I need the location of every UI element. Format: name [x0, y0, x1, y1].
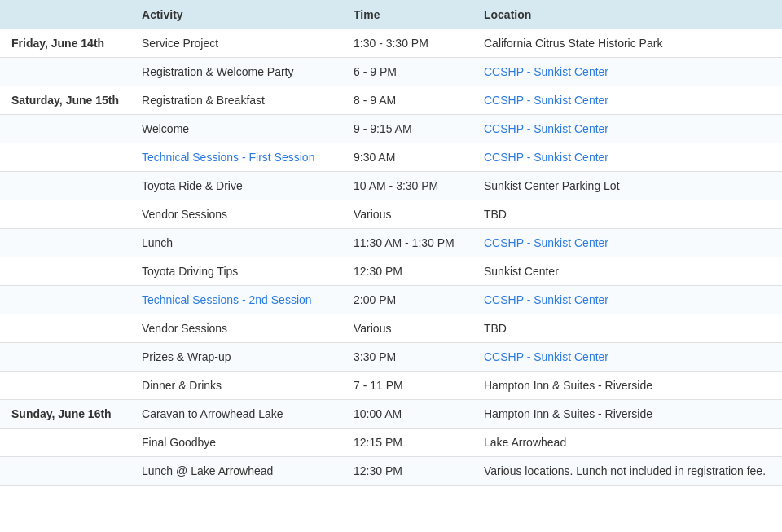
- location-link[interactable]: CCSHP - Sunkist Center: [484, 350, 608, 363]
- cell-activity: Vendor Sessions: [130, 200, 342, 229]
- cell-time: 6 - 9 PM: [342, 58, 472, 86]
- day-label: Sunday, June 16th: [11, 407, 112, 420]
- cell-time: 12:30 PM: [342, 257, 472, 286]
- cell-activity[interactable]: Technical Sessions - First Session: [130, 143, 342, 172]
- cell-time: Various: [342, 314, 472, 343]
- cell-time: 12:15 PM: [342, 429, 472, 457]
- cell-day: [0, 229, 130, 257]
- cell-day: [0, 172, 130, 200]
- schedule-table: Activity Time Location Friday, June 14th…: [0, 0, 782, 486]
- location-link[interactable]: CCSHP - Sunkist Center: [484, 151, 608, 164]
- cell-location[interactable]: CCSHP - Sunkist Center: [472, 343, 782, 372]
- cell-location: TBD: [472, 314, 782, 343]
- table-row: Final Goodbye12:15 PMLake Arrowhead: [0, 429, 782, 457]
- table-row: Saturday, June 15thRegistration & Breakf…: [0, 86, 782, 115]
- table-row: Dinner & Drinks7 - 11 PMHampton Inn & Su…: [0, 372, 782, 400]
- cell-activity: Caravan to Arrowhead Lake: [130, 400, 342, 429]
- cell-time: 9:30 AM: [342, 143, 472, 172]
- cell-day: Friday, June 14th: [0, 29, 130, 58]
- cell-location: TBD: [472, 200, 782, 229]
- table-row: Vendor SessionsVariousTBD: [0, 200, 782, 229]
- table-row: Technical Sessions - First Session9:30 A…: [0, 143, 782, 172]
- table-row: Registration & Welcome Party6 - 9 PMCCSH…: [0, 58, 782, 86]
- cell-location: California Citrus State Historic Park: [472, 29, 782, 58]
- activity-link[interactable]: Technical Sessions - 2nd Session: [142, 293, 312, 306]
- cell-location: Hampton Inn & Suites - Riverside: [472, 400, 782, 429]
- cell-location: Various locations. Lunch not included in…: [472, 457, 782, 486]
- table-row: Lunch @ Lake Arrowhead12:30 PMVarious lo…: [0, 457, 782, 486]
- cell-location[interactable]: CCSHP - Sunkist Center: [472, 115, 782, 143]
- cell-activity: Service Project: [130, 29, 342, 58]
- cell-day: [0, 343, 130, 372]
- table-row: Welcome9 - 9:15 AMCCSHP - Sunkist Center: [0, 115, 782, 143]
- table-row: Toyota Ride & Drive10 AM - 3:30 PMSunkis…: [0, 172, 782, 200]
- cell-location: Hampton Inn & Suites - Riverside: [472, 372, 782, 400]
- cell-time: 2:00 PM: [342, 286, 472, 314]
- cell-day: [0, 372, 130, 400]
- table-row: Technical Sessions - 2nd Session2:00 PMC…: [0, 286, 782, 314]
- cell-day: Sunday, June 16th: [0, 400, 130, 429]
- cell-time: 3:30 PM: [342, 343, 472, 372]
- header-activity: Activity: [130, 0, 342, 29]
- table-header-row: Activity Time Location: [0, 0, 782, 29]
- cell-time: 12:30 PM: [342, 457, 472, 486]
- cell-time: 10 AM - 3:30 PM: [342, 172, 472, 200]
- cell-location: Lake Arrowhead: [472, 429, 782, 457]
- day-label: Friday, June 14th: [11, 37, 104, 50]
- cell-location[interactable]: CCSHP - Sunkist Center: [472, 58, 782, 86]
- cell-activity: Registration & Welcome Party: [130, 58, 342, 86]
- cell-activity: Toyota Driving Tips: [130, 257, 342, 286]
- cell-activity: Prizes & Wrap-up: [130, 343, 342, 372]
- cell-location[interactable]: CCSHP - Sunkist Center: [472, 229, 782, 257]
- location-link[interactable]: CCSHP - Sunkist Center: [484, 94, 608, 107]
- cell-time: 10:00 AM: [342, 400, 472, 429]
- cell-day: [0, 314, 130, 343]
- header-day: [0, 0, 130, 29]
- cell-day: [0, 143, 130, 172]
- cell-day: [0, 257, 130, 286]
- cell-day: [0, 286, 130, 314]
- location-link[interactable]: CCSHP - Sunkist Center: [484, 236, 608, 249]
- cell-activity: Final Goodbye: [130, 429, 342, 457]
- cell-time: 11:30 AM - 1:30 PM: [342, 229, 472, 257]
- cell-activity: Lunch @ Lake Arrowhead: [130, 457, 342, 486]
- cell-activity: Registration & Breakfast: [130, 86, 342, 115]
- table-row: Sunday, June 16thCaravan to Arrowhead La…: [0, 400, 782, 429]
- table-row: Friday, June 14thService Project1:30 - 3…: [0, 29, 782, 58]
- cell-location[interactable]: CCSHP - Sunkist Center: [472, 286, 782, 314]
- cell-activity: Toyota Ride & Drive: [130, 172, 342, 200]
- schedule-container: Activity Time Location Friday, June 14th…: [0, 0, 782, 486]
- table-row: Lunch11:30 AM - 1:30 PMCCSHP - Sunkist C…: [0, 229, 782, 257]
- cell-day: Saturday, June 15th: [0, 86, 130, 115]
- activity-link[interactable]: Technical Sessions - First Session: [142, 151, 314, 164]
- day-label: Saturday, June 15th: [11, 94, 119, 107]
- cell-time: 1:30 - 3:30 PM: [342, 29, 472, 58]
- cell-time: 7 - 11 PM: [342, 372, 472, 400]
- cell-day: [0, 457, 130, 486]
- cell-activity: Vendor Sessions: [130, 314, 342, 343]
- cell-activity: Lunch: [130, 229, 342, 257]
- cell-time: Various: [342, 200, 472, 229]
- cell-location[interactable]: CCSHP - Sunkist Center: [472, 86, 782, 115]
- cell-location: Sunkist Center Parking Lot: [472, 172, 782, 200]
- location-link[interactable]: CCSHP - Sunkist Center: [484, 65, 608, 78]
- cell-location[interactable]: CCSHP - Sunkist Center: [472, 143, 782, 172]
- location-link[interactable]: CCSHP - Sunkist Center: [484, 293, 608, 306]
- cell-time: 9 - 9:15 AM: [342, 115, 472, 143]
- cell-activity: Welcome: [130, 115, 342, 143]
- table-body: Friday, June 14thService Project1:30 - 3…: [0, 29, 782, 486]
- cell-time: 8 - 9 AM: [342, 86, 472, 115]
- location-link[interactable]: CCSHP - Sunkist Center: [484, 122, 608, 135]
- cell-activity: Dinner & Drinks: [130, 372, 342, 400]
- cell-activity[interactable]: Technical Sessions - 2nd Session: [130, 286, 342, 314]
- cell-location: Sunkist Center: [472, 257, 782, 286]
- cell-day: [0, 429, 130, 457]
- header-location: Location: [472, 0, 782, 29]
- header-time: Time: [342, 0, 472, 29]
- cell-day: [0, 200, 130, 229]
- cell-day: [0, 58, 130, 86]
- cell-day: [0, 115, 130, 143]
- table-row: Prizes & Wrap-up3:30 PMCCSHP - Sunkist C…: [0, 343, 782, 372]
- table-row: Toyota Driving Tips12:30 PMSunkist Cente…: [0, 257, 782, 286]
- table-row: Vendor SessionsVariousTBD: [0, 314, 782, 343]
